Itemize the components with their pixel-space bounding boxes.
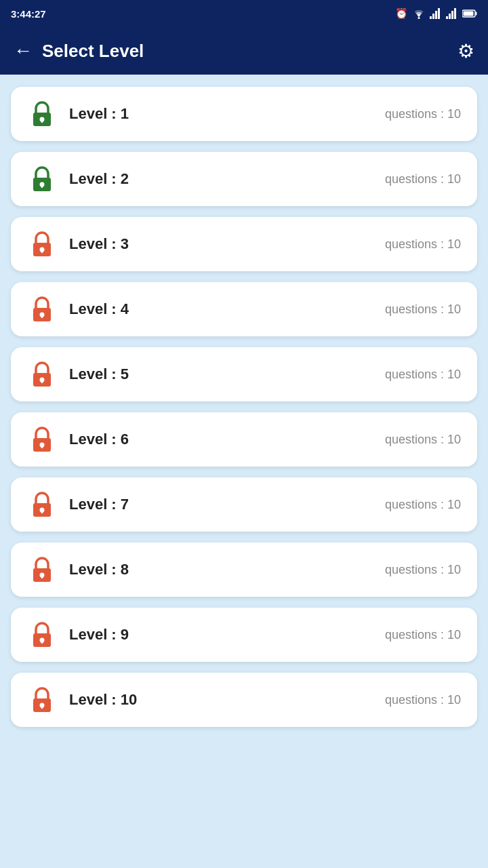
svg-rect-14: [41, 119, 43, 123]
app-bar: ← Select Level ⚙: [0, 27, 488, 75]
lock-icon: [27, 294, 57, 324]
level-card-left-10: Level : 10: [27, 685, 137, 715]
svg-rect-11: [464, 12, 474, 16]
level-card-4[interactable]: Level : 4questions : 10: [11, 282, 477, 336]
lock-icon: [27, 229, 57, 259]
level-card-8[interactable]: Level : 8questions : 10: [11, 542, 477, 597]
svg-rect-5: [446, 16, 448, 19]
questions-label-10: questions : 10: [385, 693, 461, 707]
svg-rect-38: [41, 640, 43, 644]
app-bar-title: Select Level: [42, 41, 144, 62]
svg-rect-6: [449, 14, 451, 19]
app-bar-left: ← Select Level: [14, 41, 144, 62]
svg-point-0: [418, 17, 420, 19]
svg-rect-8: [454, 8, 456, 19]
svg-rect-41: [41, 705, 43, 709]
lock-icon: [27, 359, 57, 389]
svg-rect-20: [41, 250, 43, 253]
questions-label-5: questions : 10: [385, 368, 461, 382]
svg-rect-7: [451, 11, 453, 19]
status-icons: ⏰: [395, 7, 477, 20]
lock-icon: [27, 425, 57, 454]
level-card-5[interactable]: Level : 5questions : 10: [11, 347, 477, 401]
status-bar: 3:44:27 ⏰: [0, 0, 488, 27]
svg-rect-32: [41, 510, 43, 513]
level-label-7: Level : 7: [69, 496, 129, 513]
level-label-5: Level : 5: [69, 366, 129, 383]
level-card-left-7: Level : 7: [27, 490, 129, 519]
level-label-4: Level : 4: [69, 300, 129, 318]
settings-button[interactable]: ⚙: [458, 40, 474, 62]
lock-icon: [27, 164, 57, 194]
level-label-2: Level : 2: [69, 170, 129, 188]
svg-rect-23: [41, 315, 43, 318]
level-card-left-3: Level : 3: [27, 229, 129, 259]
status-time: 3:44:27: [11, 8, 46, 20]
level-card-left-8: Level : 8: [27, 555, 129, 585]
lock-icon: [27, 555, 57, 585]
level-card-7[interactable]: Level : 7questions : 10: [11, 477, 477, 532]
level-label-3: Level : 3: [69, 235, 129, 253]
questions-label-4: questions : 10: [385, 302, 461, 317]
alarm-icon: ⏰: [395, 7, 408, 20]
level-card-left-1: Level : 1: [27, 99, 129, 129]
svg-rect-17: [41, 184, 43, 188]
svg-rect-26: [41, 380, 43, 383]
svg-rect-4: [438, 8, 440, 19]
back-button[interactable]: ←: [14, 41, 33, 60]
level-card-left-6: Level : 6: [27, 425, 129, 454]
svg-rect-2: [432, 14, 434, 19]
questions-label-8: questions : 10: [385, 563, 461, 577]
signal-icon: [430, 8, 442, 19]
level-label-8: Level : 8: [69, 561, 129, 578]
svg-rect-29: [41, 445, 43, 448]
level-card-left-9: Level : 9: [27, 620, 129, 650]
level-label-1: Level : 1: [69, 105, 129, 123]
svg-rect-35: [41, 575, 43, 578]
svg-rect-1: [430, 16, 432, 19]
level-card-10[interactable]: Level : 10questions : 10: [11, 673, 477, 727]
questions-label-9: questions : 10: [385, 628, 461, 642]
questions-label-6: questions : 10: [385, 433, 461, 447]
questions-label-2: questions : 10: [385, 172, 461, 186]
questions-label-3: questions : 10: [385, 237, 461, 252]
level-label-9: Level : 9: [69, 626, 129, 644]
battery-icon: [462, 9, 477, 18]
questions-label-7: questions : 10: [385, 498, 461, 512]
wifi-icon: [412, 9, 426, 19]
lock-icon: [27, 99, 57, 129]
level-card-6[interactable]: Level : 6questions : 10: [11, 412, 477, 467]
level-label-6: Level : 6: [69, 431, 129, 448]
level-card-9[interactable]: Level : 9questions : 10: [11, 608, 477, 662]
lock-icon: [27, 490, 57, 519]
level-card-left-2: Level : 2: [27, 164, 129, 194]
level-card-left-4: Level : 4: [27, 294, 129, 324]
level-card-left-5: Level : 5: [27, 359, 129, 389]
svg-rect-3: [435, 11, 437, 19]
questions-label-1: questions : 10: [385, 107, 461, 121]
lock-icon: [27, 620, 57, 650]
level-card-3[interactable]: Level : 3questions : 10: [11, 217, 477, 271]
level-card-2[interactable]: Level : 2questions : 10: [11, 152, 477, 206]
level-list: Level : 1questions : 10 Level : 2questio…: [0, 75, 488, 739]
level-label-10: Level : 10: [69, 691, 137, 709]
svg-rect-10: [476, 12, 477, 16]
signal-icon2: [446, 8, 458, 19]
lock-icon: [27, 685, 57, 715]
level-card-1[interactable]: Level : 1questions : 10: [11, 87, 477, 141]
